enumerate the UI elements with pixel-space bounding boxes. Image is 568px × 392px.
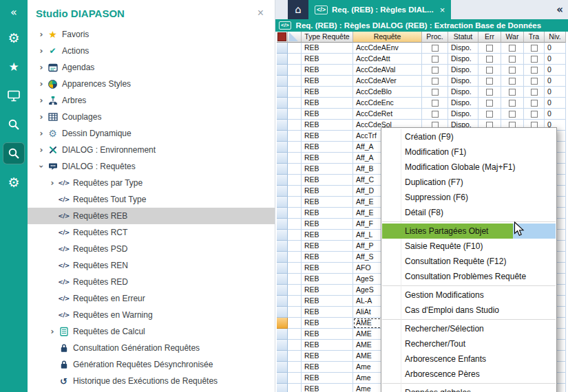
cell-type-requete[interactable]: REB <box>302 241 353 252</box>
tree-item-agendas[interactable]: ›Agendas <box>28 59 275 76</box>
row-selector[interactable] <box>277 307 288 318</box>
activitybar-search-button[interactable] <box>0 139 28 168</box>
collapse-panel-icon[interactable]: « <box>556 3 563 16</box>
row-selector[interactable] <box>277 241 288 252</box>
tree-item-consultation-generation-requetes[interactable]: Consultation Génération Requêtes <box>28 340 275 356</box>
menu-item-rechercher-tout[interactable]: Rechercher/Tout <box>381 336 556 351</box>
menu-item-duplication-f7[interactable]: Duplication (F7) <box>381 175 556 190</box>
cell-requete[interactable]: AccCdeAVal <box>353 65 422 76</box>
tree-item-requetes-rct[interactable]: </>Requêtes RCT <box>28 224 275 241</box>
war-checkbox[interactable] <box>509 78 516 85</box>
row-selector[interactable] <box>277 274 288 285</box>
cell-type-requete[interactable]: REB <box>302 142 353 153</box>
cell-type-requete[interactable]: REB <box>302 274 353 285</box>
select-all-corner[interactable] <box>288 32 302 43</box>
row-selector[interactable] <box>277 285 288 296</box>
activitybar-search-button[interactable] <box>0 110 28 139</box>
menu-item-modification-f1[interactable]: Modification (F1) <box>381 144 556 160</box>
tab-req-reb[interactable]: </> Req. (REB) : Règles DIAL... × <box>308 0 451 19</box>
tra-checkbox[interactable] <box>531 100 538 107</box>
expand-arrow-icon[interactable]: › <box>47 178 58 188</box>
cell-niv[interactable]: 0 <box>545 43 566 54</box>
expand-arrow-icon[interactable]: › <box>47 327 58 336</box>
activitybar-gear-button[interactable]: ⚙ <box>0 23 28 52</box>
collapse-arrow-icon[interactable]: › <box>36 161 46 172</box>
menu-item-saisie-requete-f10[interactable]: Saisie Requête (F10) <box>381 239 556 254</box>
tree-item-requetes-psd[interactable]: </>Requêtes PSD <box>28 241 275 257</box>
cell-statut[interactable]: Dispo. <box>448 43 478 54</box>
cell-type-requete[interactable]: REB <box>302 373 353 384</box>
cell-statut[interactable]: Dispo. <box>448 76 478 87</box>
row-selector[interactable] <box>277 153 288 164</box>
row-selector[interactable] <box>277 87 288 98</box>
row-selector[interactable] <box>277 362 288 373</box>
row-selector[interactable] <box>277 43 288 54</box>
column-header-proc[interactable]: Proc. <box>422 32 448 43</box>
activitybar-gear-button[interactable]: ⚙ <box>0 168 28 197</box>
row-selector[interactable] <box>277 329 288 340</box>
row-selector[interactable] <box>277 131 288 142</box>
row-selector[interactable] <box>277 120 288 131</box>
tree-item-dialog-requetes[interactable]: ›DIALOG : Requêtes <box>28 158 275 175</box>
err-checkbox[interactable] <box>486 45 493 52</box>
tree-item-requetes-par-type[interactable]: ›</>Requêtes par Type <box>28 175 275 191</box>
row-selector[interactable] <box>277 109 288 120</box>
menu-item-cas-d-emploi-dans-studio[interactable]: Cas d'Emploi dans Studio <box>381 303 556 318</box>
err-checkbox[interactable] <box>486 100 493 107</box>
row-selector[interactable] <box>277 219 288 230</box>
tree-item-actions[interactable]: ›✔Actions <box>28 43 275 59</box>
tree-item-historique-des-executions-de-requetes[interactable]: ↺Historique des Exécutions de Requêtes <box>28 373 275 389</box>
cell-type-requete[interactable]: REB <box>302 285 353 296</box>
column-header-requete[interactable]: Requête <box>353 32 422 43</box>
tra-checkbox[interactable] <box>531 78 538 85</box>
war-checkbox[interactable] <box>509 111 516 118</box>
err-checkbox[interactable] <box>486 67 493 74</box>
war-checkbox[interactable] <box>509 67 516 74</box>
proc-checkbox[interactable] <box>432 89 439 96</box>
collapse-sidebar-button[interactable]: « <box>0 0 28 23</box>
cell-type-requete[interactable]: REB <box>302 54 353 65</box>
row-selector[interactable] <box>277 54 288 65</box>
tree-item-requetes-en-warning[interactable]: </>Requêtes en Warning <box>28 307 275 323</box>
tra-checkbox[interactable] <box>531 89 538 96</box>
tra-checkbox[interactable] <box>531 56 538 63</box>
cell-type-requete[interactable]: REB <box>302 197 353 208</box>
war-checkbox[interactable] <box>509 100 516 107</box>
cell-type-requete[interactable]: REB <box>302 219 353 230</box>
err-checkbox[interactable] <box>486 89 493 96</box>
activitybar-monitor-button[interactable] <box>0 81 28 110</box>
menu-item-arborescence-enfants[interactable]: Arborescence Enfants <box>381 351 556 367</box>
err-checkbox[interactable] <box>486 78 493 85</box>
cell-niv[interactable]: 0 <box>545 98 566 109</box>
cell-type-requete[interactable]: REB <box>302 43 353 54</box>
cell-type-requete[interactable]: REB <box>302 340 353 351</box>
cell-statut[interactable]: Dispo. <box>448 54 478 65</box>
row-selector[interactable] <box>277 142 288 153</box>
tra-checkbox[interactable] <box>531 111 538 118</box>
cell-type-requete[interactable]: REB <box>302 87 353 98</box>
err-checkbox[interactable] <box>486 111 493 118</box>
activitybar-star-button[interactable]: ★ <box>0 52 28 81</box>
expand-arrow-icon[interactable]: › <box>36 63 47 72</box>
cell-requete[interactable]: AccCdeBlo <box>353 87 422 98</box>
cell-type-requete[interactable]: REB <box>302 263 353 274</box>
tree-item-dessin-dynamique[interactable]: ›⚙Dessin Dynamique <box>28 125 275 142</box>
column-header-statut[interactable]: Statut <box>448 32 478 43</box>
menu-item-consultation-requete-f12[interactable]: Consultation Requête (F12) <box>381 254 556 269</box>
cell-type-requete[interactable]: REB <box>302 252 353 263</box>
expand-arrow-icon[interactable]: › <box>36 129 47 138</box>
tree-item-apparences-styles[interactable]: ›Apparences Styles <box>28 76 275 92</box>
tree-item-requetes-reb[interactable]: </>Requêtes REB <box>28 208 275 224</box>
cell-requete[interactable]: AccCdeRet <box>353 109 422 120</box>
cell-type-requete[interactable]: REB <box>302 65 353 76</box>
column-header-war[interactable]: War <box>501 32 524 43</box>
column-header-type-requete[interactable]: Type Requête <box>302 32 353 43</box>
proc-checkbox[interactable] <box>432 78 439 85</box>
column-header-err[interactable]: Err <box>478 32 501 43</box>
row-selector[interactable] <box>277 164 288 175</box>
row-selector[interactable] <box>277 65 288 76</box>
row-selector[interactable] <box>277 252 288 263</box>
cell-niv[interactable]: 0 <box>545 76 566 87</box>
menu-item-suppression-f6[interactable]: Suppression (F6) <box>381 190 556 205</box>
expand-arrow-icon[interactable]: › <box>36 145 47 155</box>
